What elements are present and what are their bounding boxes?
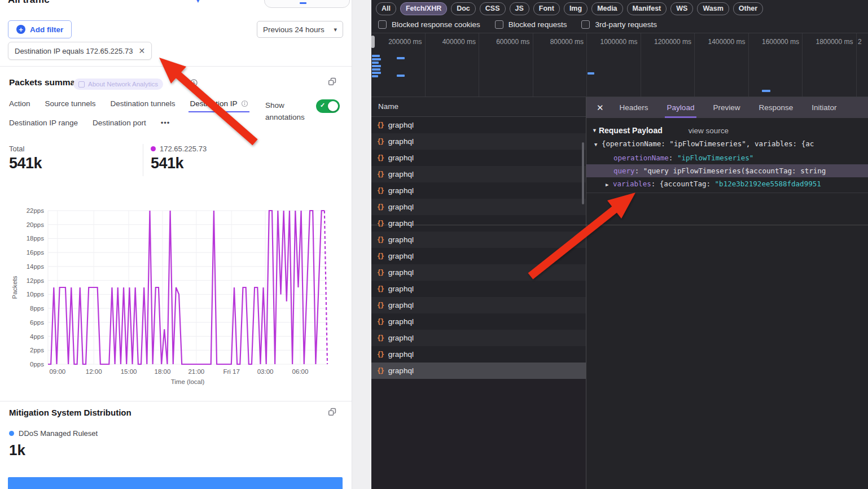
checkbox-box-icon[interactable] [495, 20, 503, 29]
braces-icon: {} [377, 351, 384, 359]
tab-initiator[interactable]: Initiator [812, 97, 836, 118]
checkbox-box-icon[interactable] [378, 20, 387, 29]
close-icon[interactable]: ✕ [597, 103, 604, 113]
payload-line-root[interactable]: ▼ {operationName: "ipFlowTimeseries", va… [586, 137, 868, 151]
filter-chip-label: Destination IP equals 172.65.225.73 [15, 47, 133, 55]
mitigation-bar[interactable] [8, 477, 343, 489]
y-tick-label: 12pps [27, 277, 45, 284]
tab-payload[interactable]: Payload [667, 97, 695, 118]
tab-destination-ip-range[interactable]: Destination IP range [9, 119, 78, 132]
filter-pill-other[interactable]: Other [733, 2, 763, 15]
request-row[interactable]: {}graphql [371, 363, 586, 379]
filter-pill-manifest[interactable]: Manifest [627, 2, 667, 15]
triangle-right-icon[interactable]: ▶ [606, 182, 608, 187]
request-row[interactable]: {}graphql [371, 199, 586, 215]
filter-pill-fetch-xhr[interactable]: Fetch/XHR [400, 2, 447, 15]
x-tick-label: 18:00 [155, 368, 171, 375]
summary-tabs-row2: Destination IP rangeDestination port••• [9, 119, 170, 132]
view-source-link[interactable]: view source [689, 126, 729, 135]
payload-line-variables[interactable]: ▶ variables: {accountTag: "b12e3b2192ee5… [586, 177, 868, 191]
x-tick-label: 12:00 [86, 368, 102, 375]
name-column-header[interactable]: Name [371, 97, 586, 117]
filter-pill-wasm[interactable]: Wasm [697, 2, 729, 15]
request-row[interactable]: {}graphql [371, 313, 586, 330]
payload-content: ▼ Request Payload view source ▼ {operati… [586, 126, 868, 193]
filter-pill-ws[interactable]: WS [670, 2, 693, 15]
request-name: graphql [388, 235, 414, 244]
request-row[interactable]: {}graphql [371, 248, 586, 264]
request-name: graphql [388, 137, 414, 146]
checkbox-blocked-response-cookies[interactable]: Blocked response cookies [378, 20, 480, 29]
badge-label: About Network Analytics [88, 81, 158, 88]
checkbox-3rd-party-requests[interactable]: 3rd-party requests [581, 20, 657, 29]
collapse-triangle-icon[interactable]: ▼ [592, 128, 597, 133]
checkbox-label: 3rd-party requests [595, 20, 657, 29]
request-row[interactable]: {}graphql [371, 264, 586, 281]
filter-chip[interactable]: Destination IP equals 172.65.225.73 ✕ [8, 42, 152, 60]
braces-icon: {} [377, 334, 384, 342]
add-filter-button[interactable]: + Add filter [8, 20, 72, 38]
expand-panel-icon[interactable] [327, 407, 337, 417]
checkbox-blocked-requests[interactable]: Blocked requests [495, 20, 567, 29]
request-row[interactable]: {}graphql [371, 182, 586, 199]
tab-headers[interactable]: Headers [620, 97, 648, 118]
mitigation-legend-label: DDoS Managed Ruleset [19, 429, 98, 438]
cropped-blue-dash [300, 2, 306, 4]
packets-timeseries-chart[interactable]: 0pps2pps4pps6pps8pps10pps12pps14pps16pps… [0, 202, 351, 391]
more-tabs-button[interactable]: ••• [161, 119, 170, 132]
filter-pill-doc[interactable]: Doc [451, 2, 476, 15]
filter-pill-all[interactable]: All [376, 2, 396, 15]
request-row[interactable]: {}graphql [371, 346, 586, 363]
ruler-label: 600000 ms [480, 38, 530, 46]
request-row[interactable]: {}graphql [371, 150, 586, 166]
payload-line-operationName[interactable]: operationName: "ipFlowTimeseries" [586, 151, 868, 164]
request-row[interactable]: {}graphql [371, 232, 586, 248]
ruler-gridline [479, 33, 479, 97]
tab-source-tunnels[interactable]: Source tunnels [45, 99, 96, 112]
filter-pill-js[interactable]: JS [510, 2, 529, 15]
remove-filter-icon[interactable]: ✕ [138, 46, 145, 55]
stat-total-label: Total [9, 145, 42, 153]
waterfall-bar [372, 68, 380, 71]
request-row[interactable]: {}graphql [371, 297, 586, 313]
tab-destination-port[interactable]: Destination port [93, 119, 146, 132]
braces-icon: {} [377, 138, 384, 146]
filter-pill-img[interactable]: Img [564, 2, 588, 15]
mitigation-legend[interactable]: DDoS Managed Ruleset [9, 429, 98, 438]
request-row[interactable]: {}graphql [371, 215, 586, 232]
tab-destination-ip[interactable]: Destination IP [190, 99, 248, 112]
request-row[interactable]: {}graphql [371, 330, 586, 346]
checkbox-label: Blocked requests [508, 20, 567, 29]
expand-panel-icon[interactable] [327, 77, 337, 86]
braces-icon: {} [377, 121, 384, 129]
request-row[interactable]: {}graphql [371, 133, 586, 150]
payload-line-query[interactable]: query: "query ipFlowTimeseries($accountT… [586, 164, 868, 177]
filter-pill-font[interactable]: Font [533, 2, 560, 15]
tab-response[interactable]: Response [759, 97, 793, 118]
screenshot-root: All traffic ▾ + Add filter Previous 24 h… [0, 0, 868, 489]
packets-series-line [48, 211, 325, 364]
show-annotations-toggle[interactable]: ✓ [316, 99, 340, 113]
request-name: graphql [388, 219, 414, 228]
braces-icon: {} [377, 236, 384, 244]
tab-action[interactable]: Action [9, 99, 30, 112]
scrollbar-thumb[interactable] [582, 142, 584, 204]
time-range-dropdown[interactable]: Previous 24 hours ▾ [257, 21, 343, 38]
ruler-label: 1400000 ms [696, 38, 746, 46]
stat-destination-ip[interactable]: 172.65.225.73 541k [151, 145, 207, 172]
tab-preview[interactable]: Preview [713, 97, 740, 118]
filter-pill-css[interactable]: CSS [480, 2, 506, 15]
y-tick-label: 18pps [27, 235, 45, 242]
filter-pill-media[interactable]: Media [591, 2, 622, 15]
request-name: graphql [388, 317, 414, 326]
triangle-down-icon[interactable]: ▼ [594, 142, 597, 147]
waterfall-bar [372, 58, 381, 60]
request-row[interactable]: {}graphql [371, 117, 586, 133]
request-row[interactable]: {}graphql [371, 281, 586, 297]
waterfall-overview[interactable]: 200000 ms400000 ms600000 ms800000 ms1000… [371, 33, 868, 97]
checkbox-box-icon[interactable] [581, 20, 590, 29]
request-row[interactable]: {}graphql [371, 166, 586, 182]
tab-destination-tunnels[interactable]: Destination tunnels [111, 99, 176, 112]
ruler-gridline [802, 33, 803, 97]
about-network-analytics-badge[interactable]: About Network Analytics [73, 78, 163, 90]
